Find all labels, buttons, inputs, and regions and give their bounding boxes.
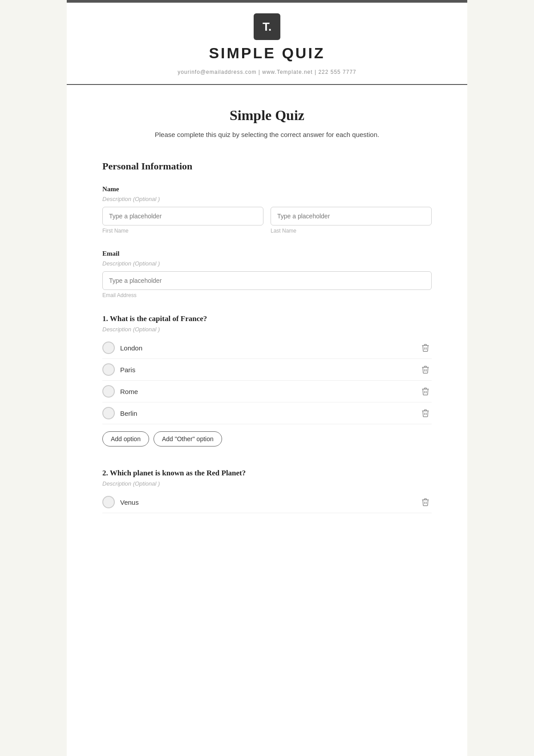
first-name-wrapper: First Name bbox=[102, 207, 263, 234]
option-row-paris: Paris bbox=[102, 359, 432, 381]
logo: T. bbox=[254, 13, 280, 40]
delete-berlin-button[interactable] bbox=[419, 407, 432, 419]
trash-icon bbox=[421, 387, 430, 396]
question-2-title: 2. Which planet is known as the Red Plan… bbox=[102, 469, 432, 478]
email-sublabel: Email Address bbox=[102, 292, 432, 298]
delete-rome-button[interactable] bbox=[419, 385, 432, 398]
email-label: Email bbox=[102, 250, 432, 257]
quiz-title: Simple Quiz bbox=[102, 107, 432, 124]
option-label-berlin: Berlin bbox=[120, 410, 137, 417]
header: T. SIMPLE QUIZ yourinfo@emailaddress.com… bbox=[67, 0, 467, 85]
radio-rome[interactable] bbox=[102, 385, 115, 398]
option-row-venus: Venus bbox=[102, 491, 432, 513]
name-field-block: Name Description (Optional ) First Name … bbox=[102, 185, 432, 234]
page: T. SIMPLE QUIZ yourinfo@emailaddress.com… bbox=[67, 0, 467, 756]
radio-berlin[interactable] bbox=[102, 407, 115, 419]
delete-paris-button[interactable] bbox=[419, 363, 432, 376]
option-row-rome: Rome bbox=[102, 381, 432, 402]
question-1-block: 1. What is the capital of France? Descri… bbox=[102, 314, 432, 446]
quiz-description: Please complete this quiz by selecting t… bbox=[102, 131, 432, 138]
last-name-input[interactable] bbox=[271, 207, 432, 225]
question-2-block: 2. Which planet is known as the Red Plan… bbox=[102, 469, 432, 513]
trash-icon bbox=[421, 498, 430, 507]
question-2-description: Description (Optional ) bbox=[102, 480, 432, 487]
option-label-venus: Venus bbox=[120, 499, 139, 506]
question-1-description: Description (Optional ) bbox=[102, 326, 432, 333]
section-title: Personal Information bbox=[102, 161, 432, 172]
add-other-option-button-q1[interactable]: Add "Other" option bbox=[154, 431, 222, 446]
name-label: Name bbox=[102, 185, 432, 193]
radio-venus[interactable] bbox=[102, 496, 115, 508]
trash-icon bbox=[421, 409, 430, 418]
email-input-row: Email Address bbox=[102, 271, 432, 298]
header-top-line bbox=[67, 0, 467, 3]
last-name-wrapper: Last Name bbox=[271, 207, 432, 234]
add-option-button-q1[interactable]: Add option bbox=[102, 431, 149, 446]
option-label-rome: Rome bbox=[120, 388, 138, 395]
question-1-title: 1. What is the capital of France? bbox=[102, 314, 432, 323]
content: Simple Quiz Please complete this quiz by… bbox=[67, 85, 467, 562]
header-contact: yourinfo@emailaddress.com | www.Template… bbox=[67, 69, 467, 75]
question-1-add-buttons: Add option Add "Other" option bbox=[102, 431, 432, 446]
header-title: SIMPLE QUIZ bbox=[67, 44, 467, 62]
trash-icon bbox=[421, 365, 430, 374]
option-row-berlin: Berlin bbox=[102, 402, 432, 424]
delete-london-button[interactable] bbox=[419, 342, 432, 354]
email-input[interactable] bbox=[102, 271, 432, 290]
radio-london[interactable] bbox=[102, 342, 115, 354]
name-input-row: First Name Last Name bbox=[102, 207, 432, 234]
trash-icon bbox=[421, 343, 430, 352]
first-name-sublabel: First Name bbox=[102, 228, 263, 234]
email-wrapper: Email Address bbox=[102, 271, 432, 298]
last-name-sublabel: Last Name bbox=[271, 228, 432, 234]
name-description: Description (Optional ) bbox=[102, 196, 432, 202]
option-row-london: London bbox=[102, 337, 432, 359]
email-field-block: Email Description (Optional ) Email Addr… bbox=[102, 250, 432, 298]
radio-paris[interactable] bbox=[102, 363, 115, 376]
option-label-paris: Paris bbox=[120, 366, 135, 374]
delete-venus-button[interactable] bbox=[419, 496, 432, 508]
first-name-input[interactable] bbox=[102, 207, 263, 225]
email-description: Description (Optional ) bbox=[102, 260, 432, 267]
option-label-london: London bbox=[120, 344, 142, 352]
